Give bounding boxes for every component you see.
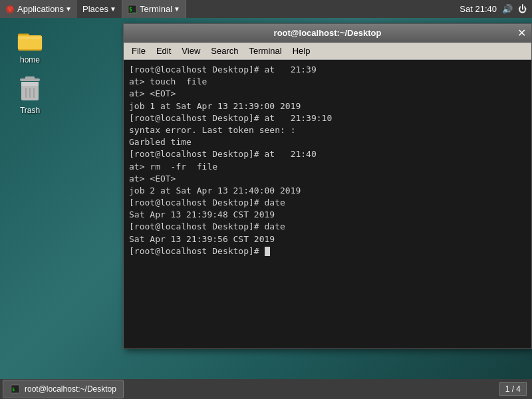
taskbar-terminal-item[interactable]: $_ root@localhost:~/Desktop bbox=[3, 380, 124, 398]
menu-search[interactable]: Search bbox=[205, 44, 243, 59]
trash-icon-label: Trash bbox=[20, 106, 40, 115]
terminal-menubar: File Edit View Search Terminal Help bbox=[124, 43, 531, 60]
datetime-label: Sat 21:40 bbox=[460, 4, 497, 14]
trash-can-icon bbox=[18, 76, 42, 104]
terminal-panel-arrow: ▼ bbox=[174, 5, 180, 13]
svg-rect-13 bbox=[21, 82, 39, 86]
svg-point-2 bbox=[11, 7, 13, 9]
svg-text:$_: $_ bbox=[12, 387, 18, 392]
svg-text:$_: $_ bbox=[129, 7, 136, 13]
desktop: Applications ▼ Places ▼ $_ Terminal ▼ Sa… bbox=[0, 0, 532, 399]
pager-label: 1 / 4 bbox=[505, 384, 521, 394]
panel-right: Sat 21:40 🔊 ⏻ bbox=[454, 4, 532, 14]
trash-icon-image bbox=[17, 76, 43, 103]
terminal-panel-label: Terminal bbox=[140, 4, 172, 14]
window-close-button[interactable]: ✕ bbox=[517, 28, 526, 39]
gnome-foot-icon bbox=[5, 5, 15, 14]
power-icon[interactable]: ⏻ bbox=[518, 4, 527, 14]
terminal-window-title: root@localhost:~/Desktop bbox=[274, 28, 382, 38]
home-folder-icon bbox=[17, 26, 43, 53]
svg-point-3 bbox=[9, 9, 11, 11]
bottom-panel: $_ root@localhost:~/Desktop 1 / 4 bbox=[0, 379, 532, 399]
terminal-window: root@localhost:~/Desktop ✕ File Edit Vie… bbox=[123, 23, 532, 349]
top-panel: Applications ▼ Places ▼ $_ Terminal ▼ Sa… bbox=[0, 0, 532, 18]
places-menu[interactable]: Places ▼ bbox=[77, 0, 122, 18]
trash-icon-item[interactable]: Trash bbox=[7, 74, 53, 118]
places-label: Places bbox=[82, 4, 108, 14]
places-arrow: ▼ bbox=[110, 5, 116, 13]
menu-help[interactable]: Help bbox=[287, 44, 316, 59]
menu-file[interactable]: File bbox=[126, 44, 151, 59]
terminal-panel-button[interactable]: $_ Terminal ▼ bbox=[122, 0, 186, 18]
applications-arrow: ▼ bbox=[65, 5, 72, 13]
taskbar-pager[interactable]: 1 / 4 bbox=[499, 382, 527, 396]
svg-rect-9 bbox=[19, 37, 41, 39]
terminal-cursor bbox=[265, 247, 270, 256]
home-icon-item[interactable]: home bbox=[7, 23, 53, 67]
desktop-icons: home Trash bbox=[7, 23, 53, 118]
taskbar-terminal-icon: $_ bbox=[10, 384, 21, 394]
applications-label: Applications bbox=[17, 4, 64, 14]
menu-edit[interactable]: Edit bbox=[151, 44, 176, 59]
panel-left: Applications ▼ Places ▼ $_ Terminal ▼ bbox=[0, 0, 454, 18]
volume-icon[interactable]: 🔊 bbox=[502, 4, 513, 14]
svg-rect-11 bbox=[25, 76, 35, 79]
terminal-titlebar: root@localhost:~/Desktop ✕ bbox=[124, 24, 531, 43]
svg-point-1 bbox=[8, 7, 10, 9]
menu-terminal[interactable]: Terminal bbox=[244, 44, 287, 59]
taskbar-terminal-label: root@localhost:~/Desktop bbox=[25, 384, 116, 394]
taskbar-terminal-svg: $_ bbox=[11, 384, 20, 394]
terminal-panel-icon: $_ bbox=[128, 5, 137, 14]
terminal-output: [root@localhost Desktop]# at 21:39 at> t… bbox=[129, 64, 526, 257]
menu-view[interactable]: View bbox=[176, 44, 205, 59]
terminal-body[interactable]: [root@localhost Desktop]# at 21:39 at> t… bbox=[124, 60, 531, 348]
applications-menu[interactable]: Applications ▼ bbox=[0, 0, 77, 18]
home-icon-image bbox=[17, 26, 43, 53]
home-icon-label: home bbox=[20, 55, 40, 65]
